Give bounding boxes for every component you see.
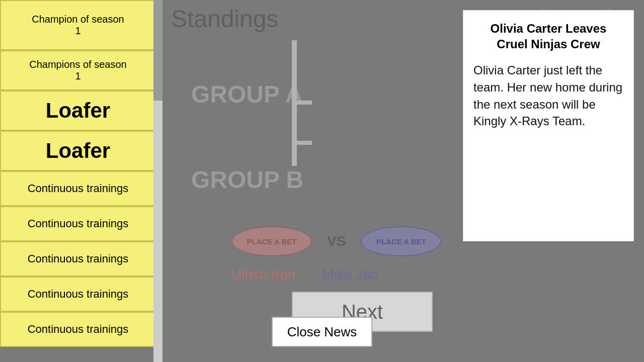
bracket-line-h2 <box>292 141 312 145</box>
news-popup: Olivia Carter Leaves Cruel Ninjas Crew O… <box>463 10 634 241</box>
bet-area: PLACE A BET VS PLACE A BET <box>231 226 441 256</box>
vs-text: VS <box>327 233 346 249</box>
sidebar-item-continuous-2[interactable]: Continuous trainings <box>0 206 156 241</box>
matchup-names: Ulrich Iron VS Mike Jac <box>231 266 378 283</box>
player-red-name: Ulrich Iron <box>231 266 296 282</box>
group-a-label: GROUP A <box>191 80 302 108</box>
sidebar-item-label: Continuous trainings <box>28 182 129 195</box>
group-b-label: GROUP B <box>191 166 303 194</box>
sidebar-item-label: Champion of season1 <box>32 14 124 37</box>
sidebar-item-champions-season-1[interactable]: Champions of season1 <box>0 50 156 90</box>
scrollbar-thumb[interactable] <box>153 0 163 101</box>
sidebar: Champion of season1 Champions of season1… <box>0 0 156 362</box>
sidebar-item-continuous-1[interactable]: Continuous trainings <box>0 171 156 206</box>
sidebar-item-label: Continuous trainings <box>28 323 129 336</box>
news-popup-body: Olivia Carter just left the team. Her ne… <box>473 62 623 129</box>
player-blue-name: Mike Jac <box>323 266 378 282</box>
sidebar-item-label: Champions of season1 <box>29 59 126 82</box>
scrollbar-track[interactable] <box>153 0 163 362</box>
sidebar-item-continuous-3[interactable]: Continuous trainings <box>0 241 156 277</box>
sidebar-item-loafer-2[interactable]: Loafer <box>0 131 156 171</box>
bet-button-blue[interactable]: PLACE A BET <box>361 226 441 256</box>
standings-title: Standings <box>171 5 279 33</box>
sidebar-item-label: Continuous trainings <box>28 252 129 265</box>
matchup-vs: VS <box>299 266 322 282</box>
news-popup-title: Olivia Carter Leaves Cruel Ninjas Crew <box>473 21 623 52</box>
close-news-button[interactable]: Close News <box>272 317 372 347</box>
sidebar-item-label: Continuous trainings <box>28 217 129 230</box>
sidebar-item-continuous-5[interactable]: Continuous trainings <box>0 312 156 347</box>
sidebar-item-label: Loafer <box>46 99 110 123</box>
bracket-line-h1 <box>292 101 312 105</box>
bet-button-red[interactable]: PLACE A BET <box>231 226 312 256</box>
sidebar-item-continuous-4[interactable]: Continuous trainings <box>0 277 156 312</box>
sidebar-item-label: Continuous trainings <box>28 288 129 301</box>
sidebar-item-label: Loafer <box>46 139 110 163</box>
sidebar-item-champion-season-1[interactable]: Champion of season1 <box>0 0 156 50</box>
sidebar-item-loafer-1[interactable]: Loafer <box>0 90 156 131</box>
